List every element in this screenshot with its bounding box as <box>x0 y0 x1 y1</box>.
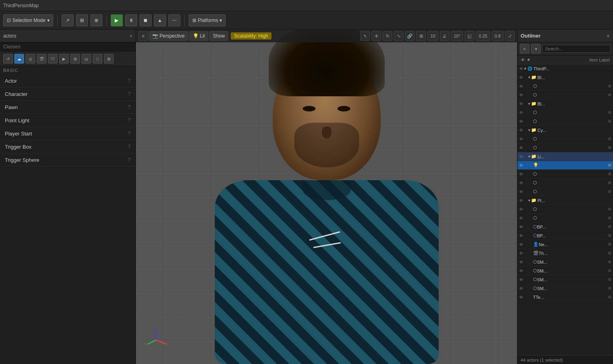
class-item-trigger-box[interactable]: Trigger Box ? <box>0 140 136 153</box>
outliner-item-pl1a[interactable]: 👁 ⬡ ⚙ <box>517 205 613 214</box>
viewport[interactable]: ≡ 📷 Perspective 💡 Lit Show Scalability: … <box>136 30 517 364</box>
trigger-box-help-icon[interactable]: ? <box>128 143 131 150</box>
class-player-start-label: Player Start <box>5 131 32 137</box>
outliner-item-sm3[interactable]: 👁 ⬡ SM... ⚙ <box>517 275 613 284</box>
svg-text:Z: Z <box>155 328 157 332</box>
transform-btn-2[interactable]: ⊞ <box>76 14 88 26</box>
trigger-sphere-help-icon[interactable]: ? <box>128 157 131 163</box>
outliner-item-bl2[interactable]: 👁 ▾ 📁 Bl... <box>517 99 613 108</box>
outliner-item-cy1a[interactable]: 👁 ⬡ ⚙ <box>517 135 613 143</box>
maximize-icon[interactable]: ⤢ <box>505 31 515 41</box>
snap-icon[interactable]: 🔗 <box>405 31 415 41</box>
cinematics-icon[interactable]: 🎬 <box>37 54 46 64</box>
main-toolbar: ⊡ Selection Mode ▾ ↗ ⊞ ⊕ ▶ ⏸ ⏹ ▲ ⋯ ⊞ Pla… <box>0 11 613 30</box>
item-label-column-header: Item Label <box>589 58 610 62</box>
eject-button[interactable]: ▲ <box>154 14 166 26</box>
recently-placed-icon[interactable]: ⊠ <box>104 54 114 64</box>
all-classes-icon[interactable]: □ <box>93 54 102 64</box>
folder-icon: 📁 <box>531 75 537 80</box>
lit-button[interactable]: 💡 Lit <box>189 31 209 41</box>
class-item-character[interactable]: Character ? <box>0 88 136 101</box>
outliner-item-cy1[interactable]: 👁 ▾ 📁 Cy... <box>517 126 613 135</box>
scale1-btn[interactable]: 0.25 <box>476 31 490 41</box>
outliner-item-li1c[interactable]: 👁 ⬡ ⚙ <box>517 187 613 196</box>
outliner-item-li1a[interactable]: 👁 ⬡ ⚙ <box>517 170 613 179</box>
class-item-trigger-sphere[interactable]: Trigger Sphere ? <box>0 153 136 167</box>
eye-icon: 👁 <box>519 277 523 282</box>
class-item-pawn[interactable]: Pawn ? <box>0 101 136 114</box>
platforms-button[interactable]: ⊞ Platforms ▾ <box>189 14 226 26</box>
move-tool-icon[interactable]: ✛ <box>371 31 381 41</box>
outliner-item-li1b[interactable]: 👁 ⬡ ⚙ <box>517 179 613 187</box>
perspective-button[interactable]: 📷 Perspective <box>149 31 188 41</box>
sm1-label: SM... <box>537 260 608 265</box>
outliner-item-pl1[interactable]: 👁 ▾ 📁 Pl... <box>517 196 613 205</box>
transform-btn-1[interactable]: ↗ <box>62 14 74 26</box>
outliner-item-li1[interactable]: 👁 ▾ 📁 Li... <box>517 152 613 161</box>
geometry-icon[interactable]: ⊞ <box>70 54 80 64</box>
outliner-item-cy1b[interactable]: 👁 ⬡ ⚙ <box>517 143 613 152</box>
outliner-item-bl1b[interactable]: 👁 ⬡ ⚙ <box>517 91 613 99</box>
outliner-item-pl1b[interactable]: 👁 ⬡ ⚙ <box>517 214 613 223</box>
outliner-item-ne1[interactable]: 👁 👤 Ne... ⚙ <box>517 240 613 249</box>
outliner-item-bl2a[interactable]: 👁 ⬡ ⚙ <box>517 108 613 117</box>
panel-close-button[interactable]: × <box>130 33 132 39</box>
play-button[interactable]: ▶ <box>111 14 123 26</box>
class-item-player-start[interactable]: Player Start ? <box>0 127 136 140</box>
outliner-filter-btn[interactable]: ≡ <box>520 44 529 54</box>
outliner-item-bp1[interactable]: 👁 ⬡ BP... ⚙ <box>517 223 613 231</box>
th1-label: Th... <box>539 251 608 256</box>
outliner-item-sm4[interactable]: 👁 ⬡ SM... ⚙ <box>517 284 613 293</box>
visual-effects-icon[interactable]: 🛡 <box>48 54 58 64</box>
outliner-item-li-selected[interactable]: 👁 💡 ⚙ <box>517 161 613 170</box>
character-help-icon[interactable]: ? <box>128 91 131 97</box>
pause-button[interactable]: ⏸ <box>125 14 137 26</box>
outliner-search-input[interactable] <box>542 45 611 53</box>
basic-icon[interactable]: ☁ <box>14 54 24 64</box>
angle-btn[interactable]: 10° <box>451 31 463 41</box>
transform-btn-3[interactable]: ⊕ <box>90 14 102 26</box>
panel-title: actors <box>3 33 16 39</box>
classes-search-input[interactable] <box>0 42 136 52</box>
grid-icon[interactable]: ⊞ <box>416 31 426 41</box>
gameplay-icon[interactable]: ▶ <box>59 54 69 64</box>
stop-button[interactable]: ⏹ <box>140 14 152 26</box>
scale-snap-icon[interactable]: ◱ <box>465 31 474 41</box>
outliner-item-bl1a[interactable]: 👁 ⬡ ⚙ <box>517 82 613 91</box>
volumes-icon[interactable]: 🗂 <box>82 54 91 64</box>
pawn-help-icon[interactable]: ? <box>128 104 131 110</box>
class-item-point-light[interactable]: Point Light ? <box>0 114 136 127</box>
outliner-item-thirdperson[interactable]: 👁 ▾ 🌐 ThirdP... <box>517 64 613 73</box>
settings-icon: ⚙ <box>608 242 611 247</box>
player-start-help-icon[interactable]: ? <box>128 130 131 137</box>
rotate-tool-icon[interactable]: ↻ <box>383 31 392 41</box>
eye-icon: 👁 <box>519 137 523 141</box>
outliner-item-bl1[interactable]: 👁 ▾ 📁 Bl... <box>517 73 613 82</box>
outliner-close-button[interactable]: × <box>607 33 610 39</box>
settings-icon[interactable]: ⚙ <box>608 163 611 167</box>
outliner-item-te1[interactable]: 👁 T Te... ⚙ <box>517 293 613 302</box>
show-button[interactable]: Show <box>209 31 228 41</box>
outliner-item-th1[interactable]: 👁 🎬 Th... ⚙ <box>517 249 613 258</box>
mesh-icon: ⬡ <box>533 145 537 150</box>
outliner-sort-btn[interactable]: ▾ <box>531 44 541 54</box>
scale-tool-icon[interactable]: ⤡ <box>394 31 403 41</box>
selection-mode-button[interactable]: ⊡ Selection Mode ▾ <box>3 14 53 26</box>
axis-widget: X Y Z <box>144 328 168 352</box>
recent-icon[interactable]: ↺ <box>3 54 13 64</box>
outliner-item-sm1[interactable]: 👁 ⬡ SM... ⚙ <box>517 258 613 267</box>
viewport-menu-icon[interactable]: ≡ <box>138 31 148 41</box>
grid-size-btn[interactable]: 10 <box>427 31 438 41</box>
outliner-item-bl2b[interactable]: 👁 ⬡ ⚙ <box>517 117 613 126</box>
lights-icon[interactable]: ◎ <box>26 54 35 64</box>
actor-help-icon[interactable]: ? <box>128 78 131 84</box>
more-options-button[interactable]: ⋯ <box>168 14 180 26</box>
class-icon-toolbar: ↺ ☁ ◎ 🎬 🛡 ▶ ⊞ 🗂 □ ⊠ <box>0 52 136 66</box>
select-tool-icon[interactable]: ↖ <box>360 31 370 41</box>
point-light-help-icon[interactable]: ? <box>128 117 131 123</box>
class-item-actor[interactable]: Actor ? <box>0 74 136 88</box>
scale2-btn[interactable]: 0.8 <box>492 31 503 41</box>
outliner-item-sm2[interactable]: 👁 ⬡ SM... ⚙ <box>517 267 613 275</box>
outliner-item-bp2[interactable]: 👁 ⬡ BP... ⚙ <box>517 231 613 240</box>
angle-snap-icon[interactable]: ∠ <box>440 31 449 41</box>
